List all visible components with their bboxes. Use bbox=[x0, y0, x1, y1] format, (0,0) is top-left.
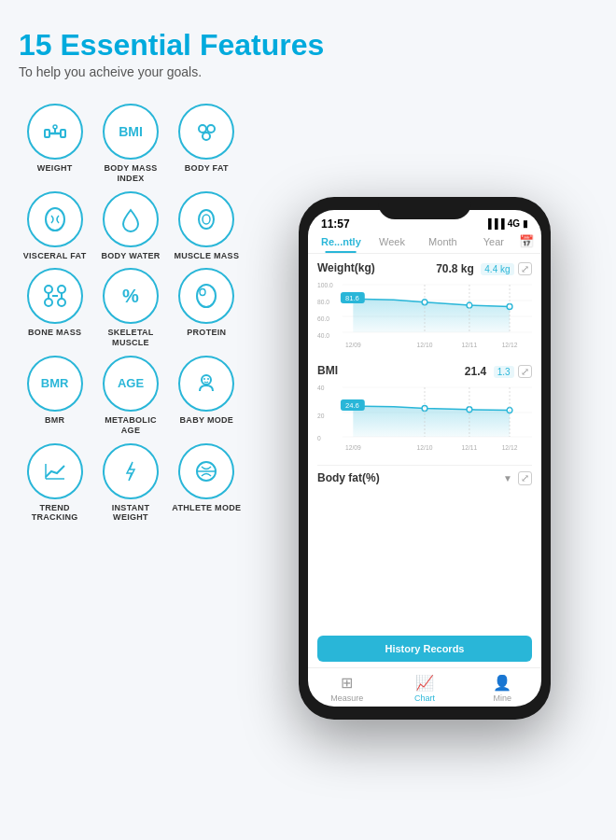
svg-point-5 bbox=[199, 125, 206, 133]
bmi-change: 1.3 bbox=[494, 366, 514, 378]
feature-bmi: BMI BODY MASS INDEX bbox=[94, 104, 166, 184]
instant-weight-icon bbox=[103, 443, 159, 499]
weight-header: Weight(kg) 70.8 kg 4.4 kg ⤢ bbox=[317, 259, 532, 276]
athlete-mode-icon bbox=[178, 443, 234, 499]
tab-recently[interactable]: Re...ntly bbox=[315, 234, 367, 249]
chart-label: Chart bbox=[414, 693, 435, 703]
body-fat-label: BODY FAT bbox=[185, 163, 229, 174]
history-records-button[interactable]: History Records bbox=[317, 636, 532, 662]
svg-point-8 bbox=[46, 208, 64, 231]
svg-point-14 bbox=[58, 299, 65, 306]
body-fat-controls: ▼ ⤢ bbox=[503, 471, 532, 485]
bottom-nav-measure[interactable]: ⊞ Measure bbox=[308, 674, 385, 703]
bmr-icon: BMR bbox=[27, 356, 83, 412]
bottom-nav: ⊞ Measure 📈 Chart 👤 Mine bbox=[308, 667, 541, 707]
bone-mass-label: BONE MASS bbox=[28, 328, 81, 338]
svg-point-9 bbox=[199, 210, 214, 229]
athlete-mode-label: ATHLETE MODE bbox=[172, 503, 241, 513]
feature-protein: PROTEIN bbox=[171, 268, 243, 348]
svg-point-6 bbox=[207, 125, 215, 133]
bmi-chart: 40 20 0 bbox=[317, 383, 532, 457]
phone-notch bbox=[378, 197, 471, 219]
skeletal-muscle-icon: % bbox=[103, 268, 159, 324]
svg-point-21 bbox=[203, 378, 205, 380]
phone-container: 11:57 ▐▐▐ 4G ▮ Re...ntly Week Month Year bbox=[252, 94, 597, 821]
svg-point-10 bbox=[203, 215, 210, 224]
body-fat-expand-icon[interactable]: ⤢ bbox=[518, 471, 532, 485]
feature-weight: WEIGHT bbox=[19, 104, 91, 184]
feature-bmr: BMR BMR bbox=[19, 356, 91, 436]
body-fat-section: Body fat(%) ▼ ⤢ bbox=[317, 465, 532, 491]
status-time: 11:57 bbox=[321, 217, 350, 231]
svg-text:60.0: 60.0 bbox=[317, 315, 329, 321]
subtitle: To help you acheive your goals. bbox=[19, 64, 597, 79]
metabolic-age-icon: AGE bbox=[103, 356, 159, 412]
measure-icon: ⊞ bbox=[341, 674, 353, 692]
svg-text:0: 0 bbox=[317, 434, 321, 441]
bmi-value-group: 21.4 1.3 ⤢ bbox=[465, 362, 532, 379]
body-water-icon bbox=[103, 191, 159, 247]
svg-rect-0 bbox=[45, 130, 49, 137]
svg-text:12/09: 12/09 bbox=[345, 341, 361, 347]
muscle-mass-label: MUSCLE MASS bbox=[174, 251, 239, 261]
feature-instant-weight: INSTANT WEIGHT bbox=[94, 443, 166, 524]
svg-text:12/09: 12/09 bbox=[345, 443, 361, 450]
status-icons: ▐▐▐ 4G ▮ bbox=[484, 218, 528, 229]
tab-month[interactable]: Month bbox=[417, 234, 468, 249]
weight-label: WEIGHT bbox=[37, 163, 73, 174]
svg-text:12/12: 12/12 bbox=[502, 443, 518, 450]
svg-point-12 bbox=[58, 286, 65, 293]
svg-text:40.0: 40.0 bbox=[317, 331, 329, 338]
instant-weight-label: INSTANT WEIGHT bbox=[94, 503, 166, 524]
content-area: WEIGHT BMI BODY MASS INDEX BODY FAT bbox=[19, 94, 597, 821]
mine-label: Mine bbox=[494, 693, 512, 703]
trend-tracking-icon bbox=[27, 443, 83, 499]
phone-screen: 11:57 ▐▐▐ 4G ▮ Re...ntly Week Month Year bbox=[308, 210, 541, 707]
calendar-icon[interactable]: 📅 bbox=[519, 234, 534, 249]
baby-mode-icon bbox=[178, 356, 234, 412]
bottom-nav-chart[interactable]: 📈 Chart bbox=[385, 674, 463, 703]
weight-expand-icon[interactable]: ⤢ bbox=[518, 262, 532, 275]
svg-point-22 bbox=[207, 378, 209, 380]
protein-label: PROTEIN bbox=[187, 328, 226, 338]
svg-point-11 bbox=[45, 286, 52, 293]
bone-mass-icon bbox=[27, 268, 83, 324]
svg-text:12/10: 12/10 bbox=[417, 341, 433, 347]
bottom-nav-mine[interactable]: 👤 Mine bbox=[464, 674, 541, 703]
feature-athlete-mode: ATHLETE MODE bbox=[171, 443, 243, 524]
svg-text:80.0: 80.0 bbox=[317, 298, 329, 304]
feature-baby-mode: BABY MODE bbox=[171, 356, 243, 436]
baby-mode-label: BABY MODE bbox=[180, 415, 234, 426]
svg-text:100.0: 100.0 bbox=[317, 281, 333, 287]
tab-week[interactable]: Week bbox=[367, 234, 417, 249]
svg-text:20: 20 bbox=[317, 412, 325, 418]
visceral-fat-label: VISCERAL FAT bbox=[23, 251, 87, 261]
tab-year[interactable]: Year bbox=[469, 234, 519, 249]
feature-visceral-fat: VISCERAL FAT bbox=[19, 191, 91, 261]
nav-tabs: Re...ntly Week Month Year 📅 bbox=[308, 232, 541, 254]
feature-muscle-mass: MUSCLE MASS bbox=[171, 191, 243, 261]
visceral-fat-icon bbox=[27, 191, 83, 247]
svg-text:81.6: 81.6 bbox=[345, 293, 360, 301]
svg-point-18 bbox=[197, 285, 216, 307]
title-section: 15 Essential Features To help you acheiv… bbox=[19, 28, 597, 79]
feature-body-water: BODY WATER bbox=[94, 191, 166, 261]
body-water-label: BODY WATER bbox=[101, 251, 160, 261]
muscle-mass-icon bbox=[178, 191, 234, 247]
weight-value: 70.8 kg bbox=[436, 262, 474, 275]
bmi-section: BMI 21.4 1.3 ⤢ 40 bbox=[317, 362, 532, 457]
chart-icon: 📈 bbox=[415, 674, 434, 692]
bmi-expand-icon[interactable]: ⤢ bbox=[518, 365, 532, 378]
bmr-label: BMR bbox=[45, 415, 64, 426]
svg-point-4 bbox=[53, 125, 57, 129]
measure-label: Measure bbox=[330, 693, 363, 703]
svg-point-19 bbox=[200, 289, 205, 296]
svg-text:12/12: 12/12 bbox=[502, 341, 518, 347]
phone-mockup: 11:57 ▐▐▐ 4G ▮ Re...ntly Week Month Year bbox=[299, 197, 551, 720]
svg-point-13 bbox=[45, 299, 52, 306]
metabolic-age-label: METABOLIC AGE bbox=[94, 415, 166, 436]
feature-skeletal-muscle: % SKELETAL MUSCLE bbox=[94, 268, 166, 348]
signal-icon: ▐▐▐ bbox=[484, 218, 504, 229]
screen-content: Weight(kg) 70.8 kg 4.4 kg ⤢ bbox=[308, 254, 541, 667]
body-fat-dropdown[interactable]: ▼ bbox=[503, 473, 512, 483]
